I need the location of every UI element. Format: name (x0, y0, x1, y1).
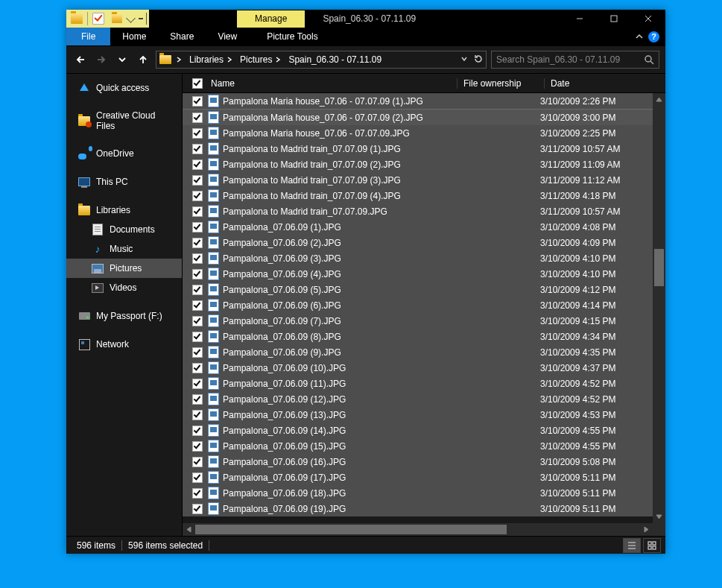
nav-libraries[interactable]: Libraries (66, 200, 182, 220)
forward-button[interactable] (93, 51, 110, 68)
breadcrumb-root-chevron[interactable] (173, 57, 185, 63)
tab-home[interactable]: Home (110, 28, 158, 45)
file-row[interactable]: Pampalona_07.06.09 (2).JPG3/10/2009 4:09… (183, 235, 653, 250)
file-row[interactable]: Pampalona_07.06.09 (12).JPG3/10/2009 4:5… (183, 391, 653, 407)
nav-my-passport[interactable]: My Passport (F:) (66, 306, 182, 326)
row-checkbox[interactable] (189, 222, 206, 233)
scroll-down-icon[interactable] (653, 510, 665, 523)
file-row[interactable]: Pampalona_07.06.09 (13).JPG3/10/2009 4:5… (183, 407, 653, 423)
nav-network[interactable]: Network (66, 335, 182, 354)
breadcrumb-current[interactable]: Spain_06.30 - 07.11.09 (285, 54, 384, 65)
file-row[interactable]: Pampalona Maria house_07.06 - 07.07.09.J… (183, 125, 653, 141)
file-row[interactable]: Pampalona to Madrid train_07.07.09 (1).J… (183, 141, 653, 157)
file-row[interactable]: Pampalona_07.06.09 (9).JPG3/10/2009 4:35… (183, 344, 653, 360)
file-row[interactable]: Pampalona_07.06.09 (5).JPG3/10/2009 4:12… (183, 282, 653, 297)
row-checkbox[interactable] (189, 394, 206, 405)
row-checkbox[interactable] (189, 285, 206, 295)
row-checkbox[interactable] (189, 441, 206, 452)
file-row[interactable]: Pampalona_07.06.09 (7).JPG3/10/2009 4:15… (183, 313, 653, 329)
row-checkbox[interactable] (189, 238, 206, 248)
file-row[interactable]: Pampalona_07.06.09 (17).JPG3/10/2009 5:1… (183, 470, 653, 485)
address-bar[interactable]: Libraries Pictures Spain_06.30 - 07.11.0… (156, 51, 487, 69)
tab-view[interactable]: View (206, 28, 249, 45)
horizontal-scrollbar[interactable] (183, 523, 665, 536)
column-header-date[interactable]: Date (544, 78, 653, 89)
new-folder-icon[interactable] (112, 14, 122, 23)
scroll-left-icon[interactable] (183, 523, 195, 536)
nav-documents[interactable]: Documents (66, 220, 182, 239)
file-row[interactable]: Pampalona Maria house_07.06 - 07.07.09 (… (183, 109, 653, 125)
column-header-ownership[interactable]: File ownership (457, 78, 544, 89)
row-checkbox[interactable] (189, 347, 206, 358)
file-row[interactable]: Pampalona_07.06.09 (1).JPG3/10/2009 4:08… (183, 219, 653, 235)
row-checkbox[interactable] (189, 332, 206, 342)
scroll-thumb[interactable] (654, 249, 664, 286)
file-row[interactable]: Pampalona to Madrid train_07.07.09 (3).J… (183, 172, 653, 188)
scroll-up-icon[interactable] (653, 93, 665, 106)
breadcrumb-pictures[interactable]: Pictures (237, 54, 284, 65)
row-checkbox[interactable] (189, 363, 206, 373)
customize-qat-icon[interactable] (126, 13, 136, 23)
search-input[interactable]: Search Spain_06.30 - 07.11.09 (491, 51, 659, 69)
column-header-checkbox[interactable] (189, 78, 206, 89)
help-icon[interactable]: ? (648, 31, 659, 42)
file-row[interactable]: Pampalona_07.06.09 (8).JPG3/10/2009 4:34… (183, 329, 653, 344)
file-row[interactable]: Pampalona_07.06.09 (15).JPG3/10/2009 4:5… (183, 438, 653, 454)
tab-share[interactable]: Share (158, 28, 206, 45)
file-row[interactable]: Pampalona_07.06.09 (19).JPG3/10/2009 5:1… (183, 501, 653, 516)
up-button[interactable] (135, 51, 151, 68)
collapse-ribbon-icon[interactable] (635, 32, 644, 41)
view-details-button[interactable] (623, 538, 641, 553)
nav-quick-access[interactable]: Quick access (66, 78, 182, 98)
row-checkbox[interactable] (189, 504, 206, 514)
vertical-scrollbar[interactable] (653, 93, 665, 523)
scroll-thumb[interactable] (195, 525, 507, 534)
maximize-button[interactable] (597, 10, 631, 28)
row-checkbox[interactable] (189, 191, 206, 201)
nav-creative-cloud[interactable]: Creative Cloud Files (66, 107, 182, 135)
file-row[interactable]: Pampalona_07.06.09 (16).JPG3/10/2009 5:0… (183, 454, 653, 470)
nav-music[interactable]: ♪Music (66, 239, 182, 259)
row-checkbox[interactable] (189, 253, 206, 264)
column-header-name[interactable]: Name (206, 78, 457, 89)
row-checkbox[interactable] (189, 144, 206, 154)
scroll-right-icon[interactable] (640, 523, 653, 536)
view-thumbnails-button[interactable] (643, 538, 661, 553)
close-button[interactable] (631, 10, 665, 28)
row-checkbox[interactable] (189, 159, 206, 170)
row-checkbox[interactable] (189, 472, 206, 483)
file-row[interactable]: Pampalona_07.06.09 (18).JPG3/10/2009 5:1… (183, 485, 653, 501)
row-checkbox[interactable] (189, 426, 206, 436)
file-row[interactable]: Pampalona_07.06.09 (10).JPG3/10/2009 4:3… (183, 360, 653, 376)
nav-this-pc[interactable]: This PC (66, 172, 182, 192)
row-checkbox[interactable] (189, 113, 206, 123)
minimize-button[interactable] (563, 10, 597, 28)
nav-onedrive[interactable]: OneDrive (66, 144, 182, 163)
recent-locations-button[interactable] (114, 51, 130, 68)
row-checkbox[interactable] (189, 128, 206, 139)
file-row[interactable]: Pampalona_07.06.09 (4).JPG3/10/2009 4:10… (183, 266, 653, 282)
row-checkbox[interactable] (189, 269, 206, 279)
breadcrumb-libraries[interactable]: Libraries (186, 54, 235, 65)
file-row[interactable]: Pampalona_07.06.09 (11).JPG3/10/2009 4:5… (183, 376, 653, 391)
row-checkbox[interactable] (189, 410, 206, 420)
file-row[interactable]: Pampalona to Madrid train_07.07.09 (4).J… (183, 188, 653, 203)
back-button[interactable] (72, 51, 89, 68)
file-row[interactable]: Pampalona_07.06.09 (14).JPG3/10/2009 4:5… (183, 423, 653, 438)
file-row[interactable]: Pampalona_07.06.09 (3).JPG3/10/2009 4:10… (183, 250, 653, 266)
row-checkbox[interactable] (189, 206, 206, 217)
folder-icon[interactable] (71, 13, 83, 24)
file-row[interactable]: Pampalona to Madrid train_07.07.09 (2).J… (183, 157, 653, 172)
nav-pictures[interactable]: Pictures (66, 259, 182, 278)
nav-videos[interactable]: Videos (66, 278, 182, 297)
properties-icon[interactable] (92, 13, 104, 25)
row-checkbox[interactable] (189, 316, 206, 326)
row-checkbox[interactable] (189, 96, 206, 107)
scroll-track[interactable] (653, 106, 665, 510)
navigation-pane[interactable]: Quick accessCreative Cloud FilesOneDrive… (66, 74, 183, 536)
row-checkbox[interactable] (189, 379, 206, 389)
history-dropdown-icon[interactable] (460, 54, 468, 65)
file-tab[interactable]: File (66, 28, 110, 45)
row-checkbox[interactable] (189, 488, 206, 499)
row-checkbox[interactable] (189, 300, 206, 311)
